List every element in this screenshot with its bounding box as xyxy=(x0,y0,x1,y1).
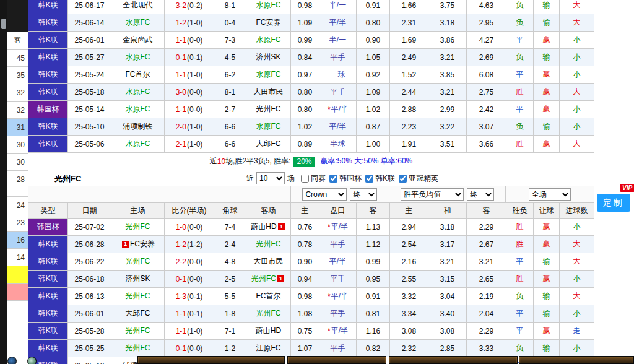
score-cell: 0-1(0-0) xyxy=(165,271,214,288)
euro-home-odds-cell: 2.88 xyxy=(390,101,428,118)
taskbar-window-preview[interactable] xyxy=(519,356,634,364)
team-name: FC首尔 xyxy=(126,69,150,80)
checkbox-input[interactable] xyxy=(329,175,337,183)
asia-away-odds-cell: 1.12 xyxy=(357,236,390,253)
standings-cell: 32 xyxy=(7,84,28,102)
half-time-score: (0-0) xyxy=(187,344,202,353)
result-handicap-cell: 赢 xyxy=(534,236,560,253)
date-cell: 25-06-22 xyxy=(68,253,111,271)
taskbar-window-preview[interactable] xyxy=(137,356,285,364)
league-badge: 韩K联 xyxy=(28,66,68,84)
league-filter-checkbox[interactable]: 韩国杯 xyxy=(329,173,362,184)
vip-badge: VIP xyxy=(620,184,634,192)
table-header-row: 类型日期主场比分(半场)角球客场主盘口客主和客胜负让球进球数 xyxy=(28,202,594,219)
scope-select[interactable]: 全场 xyxy=(529,188,571,201)
corner-cell: 1-8 xyxy=(214,305,246,323)
checkbox-input[interactable] xyxy=(365,175,373,183)
home-team-cell: 光州FC xyxy=(111,288,165,305)
europe-odds-time-select[interactable]: 终 xyxy=(467,188,494,201)
handicap-text: 平/半 xyxy=(331,104,348,115)
asia-home-odds-cell: 0.94 xyxy=(291,271,319,288)
result-goals-cell: 大 xyxy=(560,236,594,253)
league-filter-checkbox[interactable]: 亚冠精英 xyxy=(399,173,438,184)
result-wdl-cell: 平 xyxy=(506,101,534,118)
match-row: 韩K联25-05-24FC首尔1-1(1-0)6-2水原FC0.97一球0.92… xyxy=(28,66,594,84)
date-cell: 25-07-02 xyxy=(68,219,111,236)
euro-away-odds-cell: 2.67 xyxy=(467,236,506,253)
euro-draw-odds-cell: 3.85 xyxy=(428,66,467,84)
home-team-cell: 大邱FC xyxy=(111,305,165,323)
half-time-score: (1-0) xyxy=(187,123,202,131)
team-name: 水原FC xyxy=(126,17,150,28)
team-name: 蔚山HD xyxy=(251,222,276,232)
europe-odds-select[interactable]: 胜平负均值 xyxy=(401,188,464,201)
full-time-score: 2-1 xyxy=(176,140,186,149)
league-filter-checkboxes: 同赛韩国杯韩K联亚冠精英 xyxy=(297,173,438,184)
controls-spacer xyxy=(28,186,291,202)
handicap-change-star: * xyxy=(328,327,331,336)
odds-company-select[interactable]: Crown xyxy=(302,188,347,201)
standings-away-header: 客 xyxy=(7,32,28,50)
date-cell: 25-05-14 xyxy=(68,101,111,118)
date-cell: 25-06-14 xyxy=(68,14,111,32)
away-team-cell: 大邱FC xyxy=(246,136,291,153)
asia-odds-time-select[interactable]: 终 xyxy=(350,188,377,201)
team-name: 光州FC xyxy=(256,308,281,319)
asia-away-odds-cell: 0.91 xyxy=(357,288,390,305)
result-wdl-cell: 平 xyxy=(506,66,534,84)
full-time-score: 0-1 xyxy=(176,344,186,353)
customize-button[interactable]: 定制 xyxy=(597,194,630,212)
taskbar-window-preview[interactable] xyxy=(389,356,518,364)
browser-icon[interactable] xyxy=(7,357,17,364)
score-cell: 2-0(1-0) xyxy=(165,118,214,136)
recent-count-select[interactable]: 10 xyxy=(256,172,285,184)
result-goals-cell: 小 xyxy=(560,32,594,49)
euro-home-odds-cell: 1.69 xyxy=(390,32,428,49)
checkbox-input[interactable] xyxy=(301,175,309,183)
score-cell: 0-1(0-0) xyxy=(165,340,214,357)
away-team-cell: 大田市民 xyxy=(246,84,291,101)
team-name: 全北现代 xyxy=(123,0,153,11)
handicap-cell: *平/半 xyxy=(319,219,357,236)
collapse-handle-icon[interactable] xyxy=(1,19,6,29)
browser-icon[interactable] xyxy=(27,357,37,364)
team-name: 济州SK xyxy=(256,52,280,63)
half-time-score: (0-1) xyxy=(187,292,202,301)
league-badge: 韩国杯 xyxy=(28,101,68,118)
date-cell: 25-05-24 xyxy=(68,66,111,84)
away-team-cell: 济州SK xyxy=(246,49,291,66)
half-time-score: (0-0) xyxy=(187,275,202,284)
match-row: 韩K联25-05-27水原FC0-1(0-1)4-5济州SK0.84平手1.05… xyxy=(28,49,594,66)
score-cell: 1-2(1-0) xyxy=(165,14,214,32)
team-name: 济州SK xyxy=(125,274,150,284)
taskbar-window-preview[interactable] xyxy=(287,356,386,364)
match-row: 韩K联25-06-281FC安养1-2(1-2)2-4光州FC0.78平手1.1… xyxy=(28,236,594,253)
handicap-text: 半/一 xyxy=(329,0,346,11)
handicap-text: 平手 xyxy=(331,274,345,284)
score-cell: 1-2(1-2) xyxy=(165,236,214,253)
league-filter-checkbox[interactable]: 韩K联 xyxy=(365,173,395,184)
asia-home-odds-cell: 0.90 xyxy=(291,253,319,271)
section-header-row: 光州FC 近 10 场 同赛韩国杯韩K联亚冠精英 xyxy=(28,170,594,186)
team-section-title: 光州FC xyxy=(54,173,81,184)
date-cell: 25-05-25 xyxy=(68,340,111,357)
team-name: 水原FC xyxy=(256,121,281,132)
asia-home-odds-cell: 1.07 xyxy=(291,340,319,357)
left-edge-panel xyxy=(0,0,7,364)
standings-column: 客 453532323130302824231614 xyxy=(7,0,28,355)
euro-draw-odds-cell: 3.22 xyxy=(428,118,467,136)
red-card-badge: 1 xyxy=(278,223,285,230)
date-cell: 25-06-01 xyxy=(68,305,111,323)
result-goals-cell: 小 xyxy=(560,219,594,236)
home-team-cell: 光州FC xyxy=(111,219,165,236)
checkbox-input[interactable] xyxy=(399,175,407,183)
league-filter-checkbox[interactable]: 同赛 xyxy=(301,173,326,184)
standings-cell xyxy=(7,284,28,301)
team-name: 大邱FC xyxy=(126,308,150,319)
away-team-cell: FC首尔 xyxy=(246,288,291,305)
euro-away-odds-cell: 4.63 xyxy=(467,0,506,14)
standings-cell: 30 xyxy=(7,154,28,171)
half-time-score: (0-2) xyxy=(187,1,202,10)
result-handicap-cell: 输 xyxy=(534,288,560,305)
euro-draw-odds-cell: 3.21 xyxy=(428,49,467,66)
